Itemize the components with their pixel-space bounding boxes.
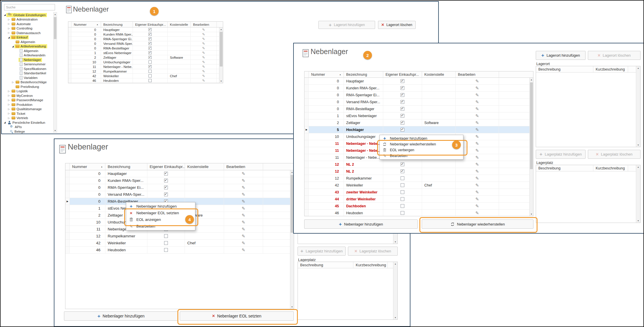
edit-pencil-icon[interactable] <box>202 37 205 41</box>
edit-pencil-icon[interactable] <box>242 199 245 204</box>
column-header-kurzbeschreibung[interactable]: Kurzbeschreibung <box>593 66 628 72</box>
list-scrollbar[interactable] <box>393 262 397 319</box>
scroll-down-icon[interactable] <box>636 219 640 223</box>
tree-item[interactable]: Controlling <box>2 26 53 31</box>
column-header-eigener-einkaufspreis[interactable]: Eigener Einkaufspr... <box>147 163 185 170</box>
tree-item[interactable]: APIs <box>2 125 53 130</box>
column-header-beschreibung[interactable]: Beschreibung <box>536 165 593 171</box>
edit-pencil-icon[interactable] <box>202 42 205 46</box>
column-header-nummer[interactable]: Nummer▲ <box>70 163 105 170</box>
table-row[interactable]: 0 Hauptlager <box>304 78 529 85</box>
eigener-einkaufspreis-checkbox[interactable] <box>401 169 404 173</box>
edit-pencil-icon[interactable] <box>242 185 245 190</box>
table-row[interactable]: 0 RMA-Bestelllager <box>68 46 219 51</box>
edit-pencil-icon[interactable] <box>202 32 205 36</box>
eigener-einkaufspreis-checkbox[interactable] <box>148 47 152 50</box>
eigener-einkaufspreis-checkbox[interactable] <box>401 100 404 104</box>
table-row[interactable]: 0 Versand RMA-Sper... <box>68 41 219 46</box>
eigener-einkaufspreis-checkbox[interactable] <box>148 28 152 31</box>
tree-item[interactable]: Allgemein <box>2 49 53 53</box>
edit-pencil-icon[interactable] <box>202 46 205 50</box>
menu-item-nebenlager-eol-setzten[interactable]: × Nebenlager EOL setzten <box>126 210 195 216</box>
tree-item[interactable]: Spezifikationen <box>2 66 53 71</box>
eigener-einkaufspreis-checkbox[interactable] <box>148 74 152 77</box>
table-row[interactable]: 45 Dachboden <box>304 203 529 210</box>
edit-pencil-icon[interactable] <box>202 69 205 73</box>
scroll-down-icon[interactable] <box>530 212 533 216</box>
table-row[interactable]: 12 Rumpelkammer <box>68 69 219 74</box>
nebenlager-wiederherstellen-button[interactable]: Nebenlager wiederherstellen <box>422 219 533 229</box>
tree-item[interactable]: Datenaustausch <box>2 31 53 35</box>
tree-item[interactable]: Einkauf <box>2 35 53 40</box>
table-row[interactable]: 2 Zeltlager Software <box>68 55 219 60</box>
edit-pencil-icon[interactable] <box>475 204 479 209</box>
tree-item[interactable]: PasswordManage <box>2 98 53 103</box>
tree-item[interactable]: MyCentron <box>2 93 53 98</box>
scrollbar-thumb[interactable] <box>530 82 533 169</box>
tree-expander-icon[interactable] <box>7 94 10 97</box>
tree-expander-icon[interactable] <box>7 112 10 115</box>
tree-expander-icon[interactable] <box>7 18 10 21</box>
edit-pencil-icon[interactable] <box>242 234 245 239</box>
menu-item-eol-anzeigen[interactable]: EOL anzeigen <box>126 216 195 223</box>
tree-item[interactable]: Standardartikel <box>2 71 53 76</box>
tree-item[interactable]: Ticket <box>2 111 53 116</box>
eigener-einkaufspreis-checkbox[interactable] <box>401 121 404 125</box>
tree-expander-icon[interactable] <box>7 108 10 110</box>
eigener-einkaufspreis-checkbox[interactable] <box>401 128 404 132</box>
eigener-einkaufspreis-checkbox[interactable] <box>401 79 404 83</box>
eigener-einkaufspreis-checkbox[interactable] <box>401 86 404 90</box>
tree-item[interactable]: Vertrieb <box>2 116 53 121</box>
edit-pencil-icon[interactable] <box>475 210 479 216</box>
tree-item[interactable]: Variablen <box>2 75 53 80</box>
scrollbar-thumb[interactable] <box>54 17 56 39</box>
eigener-einkaufspreis-checkbox[interactable] <box>401 204 404 208</box>
edit-pencil-icon[interactable] <box>202 56 205 60</box>
tree-item[interactable]: Persönliche Einstellun <box>2 120 53 125</box>
lagerplatz-loeschen-button[interactable]: ×Lagerplatz löschen <box>588 150 641 159</box>
column-header-bearbeiten[interactable]: Bearbeiten <box>191 22 217 27</box>
tree-item[interactable]: Administration <box>2 17 53 22</box>
edit-pencil-icon[interactable] <box>475 134 479 139</box>
table-row[interactable]: 46 Heuboden <box>68 78 219 83</box>
edit-pencil-icon[interactable] <box>202 28 205 32</box>
tree-item[interactable]: Produktion <box>2 102 53 107</box>
eigener-einkaufspreis-checkbox[interactable] <box>148 42 152 45</box>
table-row[interactable]: 0 Kunden RMA-Sper... <box>304 85 529 92</box>
table-scrollbar[interactable] <box>529 78 533 216</box>
tree-expander-icon[interactable] <box>7 27 10 30</box>
table-row[interactable]: 0 Versand RMA-Sper... <box>65 191 290 198</box>
scroll-up-icon[interactable] <box>636 66 640 70</box>
table-row[interactable]: 0 Hauptlager <box>68 27 219 32</box>
scroll-up-icon[interactable] <box>54 12 57 16</box>
tree-item[interactable]: Globale Einstellungen <box>2 13 53 17</box>
tree-expander-icon[interactable] <box>3 121 6 124</box>
edit-pencil-icon[interactable] <box>475 106 479 112</box>
table-row[interactable]: 0 RMA-Sperrlager Ei... <box>65 184 290 191</box>
eigener-einkaufspreis-checkbox[interactable] <box>148 65 152 68</box>
list-scrollbar[interactable] <box>636 66 640 147</box>
lagerplatz-hinzufuegen-button[interactable]: +Lagerplatz hinzufügen <box>298 247 346 256</box>
eigener-einkaufspreis-checkbox[interactable] <box>148 33 152 36</box>
edit-pencil-icon[interactable] <box>475 99 479 105</box>
menu-item-nebenlager-hinzufuegen[interactable]: + Nebenlager hinzufügen <box>380 136 463 141</box>
scroll-down-icon[interactable] <box>290 305 294 309</box>
eigener-einkaufspreis-checkbox[interactable] <box>401 162 404 166</box>
eigener-einkaufspreis-checkbox[interactable] <box>148 37 152 40</box>
table-row[interactable]: 5 Hochlager <box>304 126 529 133</box>
edit-pencil-icon[interactable] <box>202 60 205 64</box>
table-row[interactable]: 43 zweiter Weinkeller <box>304 189 529 196</box>
edit-pencil-icon[interactable] <box>242 213 245 218</box>
table-row[interactable]: 42 Weinkeller Chef <box>304 182 529 189</box>
edit-pencil-icon[interactable] <box>242 171 245 176</box>
edit-pencil-icon[interactable] <box>242 192 245 197</box>
eigener-einkaufspreis-checkbox[interactable] <box>164 193 168 196</box>
tree-item[interactable]: Belege <box>2 129 53 134</box>
edit-pencil-icon[interactable] <box>202 65 205 69</box>
sidebar-scrollbar[interactable] <box>53 12 57 133</box>
edit-pencil-icon[interactable] <box>475 127 479 132</box>
edit-pencil-icon[interactable] <box>475 162 479 167</box>
edit-pencil-icon[interactable] <box>242 220 245 225</box>
search-input[interactable] <box>4 4 55 10</box>
edit-pencil-icon[interactable] <box>475 86 479 91</box>
